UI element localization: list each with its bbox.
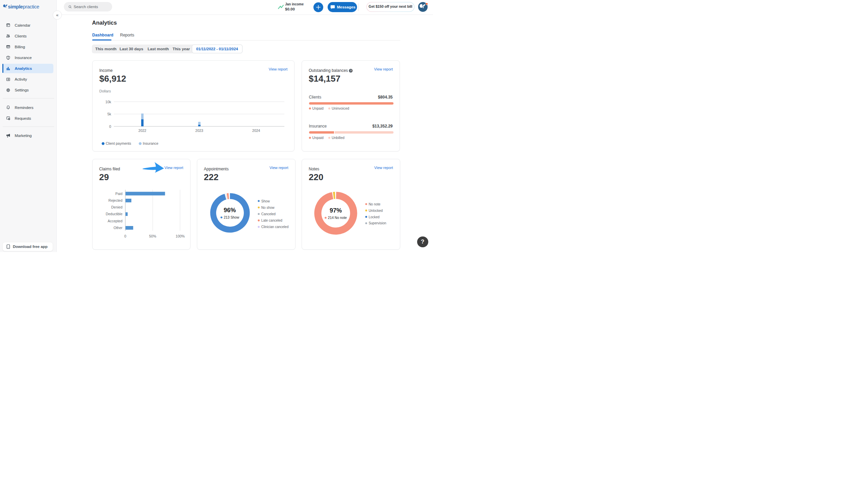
svg-text:Rejected: Rejected	[108, 198, 123, 203]
svg-text:Unbilled: Unbilled	[332, 136, 344, 140]
svg-text:214 No note: 214 No note	[328, 216, 347, 220]
svg-text:96%: 96%	[224, 207, 236, 214]
svg-text:Uninvoiced: Uninvoiced	[332, 106, 349, 110]
svg-text:Clinician canceled: Clinician canceled	[261, 225, 288, 229]
svg-text:No note: No note	[368, 203, 380, 206]
svg-text:0: 0	[109, 124, 111, 128]
svg-text:Unpaid: Unpaid	[312, 106, 324, 110]
svg-text:Late canceled: Late canceled	[261, 219, 282, 222]
svg-text:100%: 100%	[176, 234, 185, 238]
svg-text:Canceled: Canceled	[261, 212, 275, 216]
svg-text:Locked: Locked	[368, 215, 379, 219]
svg-text:50%: 50%	[149, 234, 156, 238]
svg-text:Supervision: Supervision	[368, 221, 386, 225]
svg-text:Show: Show	[261, 199, 270, 203]
svg-text:Client payments: Client payments	[106, 141, 131, 145]
svg-text:Other: Other	[113, 226, 123, 230]
svg-text:Denied: Denied	[111, 205, 122, 209]
svg-text:0: 0	[124, 234, 126, 238]
svg-text:Unlocked: Unlocked	[368, 209, 383, 213]
svg-text:2024: 2024	[252, 128, 260, 132]
svg-text:Unpaid: Unpaid	[312, 136, 324, 140]
svg-text:Accepted: Accepted	[108, 219, 122, 223]
svg-text:213 Show: 213 Show	[224, 216, 239, 219]
svg-text:2023: 2023	[195, 128, 203, 132]
svg-text:Deductible: Deductible	[106, 212, 122, 216]
svg-text:Paid: Paid	[115, 192, 122, 196]
svg-text:2022: 2022	[138, 128, 147, 132]
svg-text:No show: No show	[261, 206, 275, 209]
svg-text:10k: 10k	[106, 100, 111, 104]
svg-text:5k: 5k	[108, 112, 111, 116]
svg-text:Insurance: Insurance	[143, 141, 158, 145]
svg-text:97%: 97%	[330, 207, 342, 214]
